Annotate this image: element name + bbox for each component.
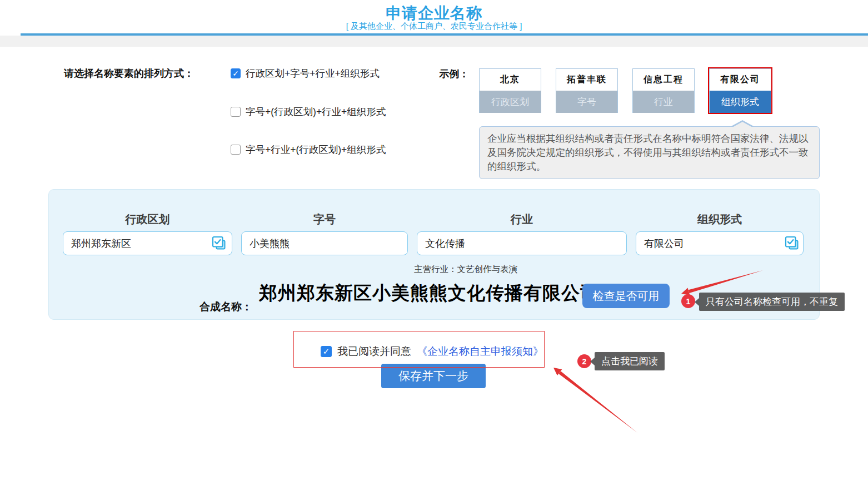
main-industry-note: 主营行业：文艺创作与表演 [414,264,517,275]
example-box-orgform: 有限公司 组织形式 [709,68,771,113]
example-boxes: 北京 行政区划 拓普丰联 字号 信息工程 行业 有限公司 组织形式 [479,68,771,113]
arrangement-checkbox-2[interactable] [231,107,241,117]
region-input[interactable] [63,231,232,255]
check-availability-button[interactable]: 检查是否可用 [582,284,670,308]
declaration-notice-link[interactable]: 《企业名称自主申报须知》 [417,344,543,359]
apply-enterprise-name-page: 申请企业名称 [ 及其他企业、个体工商户、农民专业合作社等 ] 请选择名称要素的… [0,0,868,485]
example-value: 信息工程 [633,69,694,91]
example-category: 组织形式 [710,91,771,113]
field-header-industry: 行业 [417,212,627,227]
agreement-checkbox[interactable] [321,346,332,357]
arrangement-option-2[interactable]: 字号+(行政区划)+行业+组织形式 [231,105,386,118]
example-box-tradename: 拓普丰联 字号 [556,68,618,113]
arrangement-option-1[interactable]: 行政区划+字号+行业+组织形式 [231,67,380,80]
example-label: 示例： [439,67,469,81]
orgform-picker-icon[interactable] [785,236,799,253]
field-header-tradename: 字号 [241,212,408,227]
orgform-input[interactable] [636,231,804,255]
orgform-info-text: 企业应当根据其组织结构或者责任形式在名称中标明符合国家法律、法规以及国务院决定规… [487,133,809,172]
orgform-info-note: 企业应当根据其组织结构或者责任形式在名称中标明符合国家法律、法规以及国务院决定规… [479,126,820,179]
agreement-text: 我已阅读并同意 [337,344,411,359]
arrangement-option-label: 字号+(行政区划)+行业+组织形式 [246,105,386,118]
composed-name-value: 郑州郑东新区小美熊熊文化传播有限公司 [259,281,599,306]
example-box-industry: 信息工程 行业 [632,68,695,113]
save-next-button[interactable]: 保存并下一步 [381,364,486,388]
annotation-badge-1: 1 [681,294,695,308]
annotation-tooltip-1: 只有公司名称检查可用，不重复 [699,293,845,311]
arrangement-option-label: 字号+行业+(行政区划)+组织形式 [246,143,386,156]
field-header-orgform: 组织形式 [636,212,804,227]
region-picker-icon[interactable] [212,236,226,253]
agreement-row[interactable]: 我已阅读并同意 《企业名称自主申报须知》 [321,344,543,359]
example-category: 字号 [556,91,617,113]
header-gray-bar [0,36,868,47]
arrangement-checkbox-3[interactable] [231,145,241,155]
arrangement-label: 请选择名称要素的排列方式： [64,67,194,80]
composed-name-label: 合成名称： [199,300,252,314]
page-subtitle: [ 及其他企业、个体工商户、农民专业合作社等 ] [0,21,868,32]
arrangement-checkbox-1[interactable] [231,68,241,78]
example-category: 行政区划 [480,91,541,113]
example-value: 北京 [480,69,541,91]
field-header-region: 行政区划 [63,212,232,227]
example-value: 拓普丰联 [556,69,617,91]
annotation-badge-2: 2 [577,354,591,368]
arrangement-option-label: 行政区划+字号+行业+组织形式 [246,67,380,80]
note-caret [730,120,755,127]
industry-input[interactable] [417,231,627,255]
arrangement-option-3[interactable]: 字号+行业+(行政区划)+组织形式 [231,143,386,156]
example-value: 有限公司 [710,69,771,91]
tradename-input[interactable] [241,231,408,255]
example-box-region: 北京 行政区划 [479,68,541,113]
annotation-tooltip-2: 点击我已阅读 [595,352,665,370]
example-category: 行业 [633,91,694,113]
